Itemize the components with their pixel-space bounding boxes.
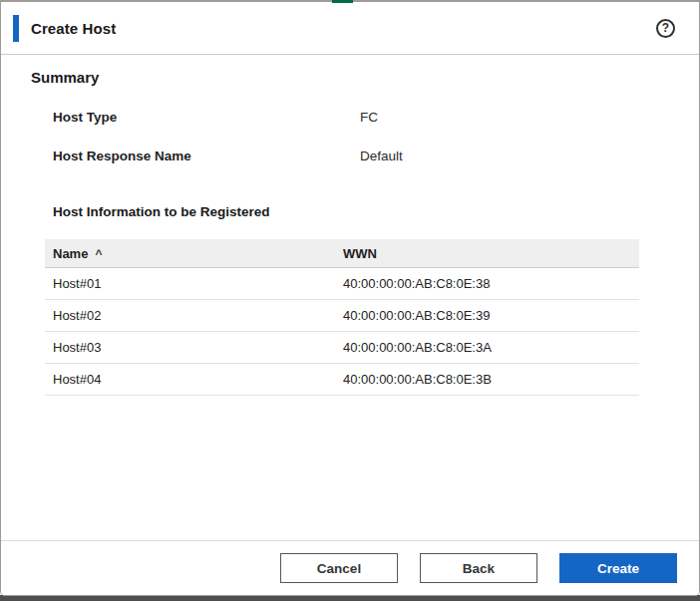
host-wwn-cell: 40:00:00:00:AB:C8:0E:38	[343, 276, 639, 291]
title-accent-bar	[13, 15, 19, 42]
host-wwn-cell: 40:00:00:00:AB:C8:0E:39	[343, 308, 639, 323]
table-row: Host#02 40:00:00:00:AB:C8:0E:39	[45, 300, 639, 332]
sort-ascending-icon: ^	[95, 248, 102, 260]
dialog-footer: Cancel Back Create	[1, 540, 699, 595]
screen: Create Host ? Summary Host Type FC Host …	[0, 0, 700, 601]
create-button[interactable]: Create	[559, 553, 677, 583]
dialog-title: Create Host	[31, 20, 116, 37]
host-table-body: Host#01 40:00:00:00:AB:C8:0E:38 Host#02 …	[45, 268, 639, 396]
host-table: Name ^ WWN Host#01 40:00:00:00:AB:C8:0E:…	[45, 239, 639, 396]
back-button[interactable]: Back	[420, 553, 537, 583]
create-host-dialog: Create Host ? Summary Host Type FC Host …	[0, 0, 700, 596]
host-name-cell: Host#02	[45, 308, 343, 323]
field-row-host-type: Host Type FC	[53, 110, 699, 125]
field-row-host-response-name: Host Response Name Default	[53, 149, 699, 163]
host-name-cell: Host#04	[45, 372, 343, 387]
table-row: Host#03 40:00:00:00:AB:C8:0E:3A	[45, 332, 639, 364]
host-name-cell: Host#01	[45, 276, 343, 291]
host-name-cell: Host#03	[45, 340, 343, 355]
column-header-wwn: WWN	[343, 246, 639, 261]
host-type-label: Host Type	[53, 110, 360, 125]
host-response-name-label: Host Response Name	[53, 149, 360, 163]
column-header-name[interactable]: Name ^	[45, 246, 343, 261]
host-wwn-cell: 40:00:00:00:AB:C8:0E:3B	[343, 372, 639, 387]
summary-heading: Summary	[31, 69, 699, 86]
host-information-heading: Host Information to be Registered	[53, 204, 699, 219]
cancel-button[interactable]: Cancel	[280, 553, 398, 583]
host-table-header: Name ^ WWN	[45, 239, 639, 268]
background-page-green-sliver	[332, 0, 353, 3]
table-row: Host#01 40:00:00:00:AB:C8:0E:38	[45, 268, 639, 300]
host-wwn-cell: 40:00:00:00:AB:C8:0E:3A	[343, 340, 639, 355]
dialog-titlebar: Create Host ?	[1, 2, 699, 55]
column-header-name-label: Name	[53, 246, 88, 261]
host-type-value: FC	[360, 110, 378, 125]
host-response-name-value: Default	[360, 149, 403, 163]
table-row: Host#04 40:00:00:00:AB:C8:0E:3B	[45, 364, 639, 396]
help-icon[interactable]: ?	[656, 19, 675, 38]
